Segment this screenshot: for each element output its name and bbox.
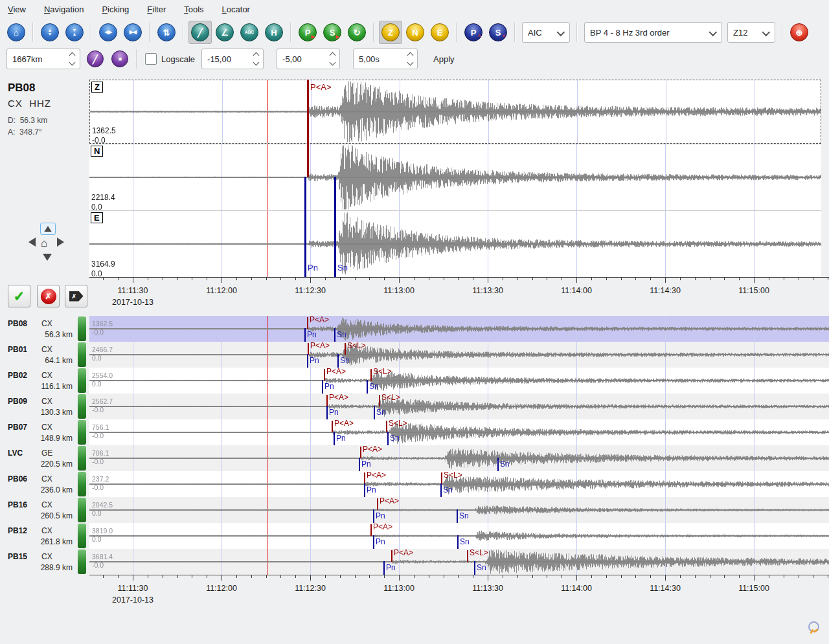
trace-region-e[interactable]: E3164.90.0: [89, 210, 821, 277]
measure-tool-button[interactable]: ╱: [188, 21, 212, 44]
menu-navigation[interactable]: Navigation: [44, 5, 84, 14]
max-amplitude-spinbox[interactable]: -5,00: [277, 49, 340, 69]
station-row-pb16[interactable]: PB16CX260.5 km2042.50.0P<A>PnSn: [0, 497, 829, 523]
station-row-pb01[interactable]: PB01CX64.1 km2466.70.0P<A>S<L>PnSn: [0, 342, 829, 368]
menu-filter[interactable]: Filter: [147, 5, 166, 14]
component-e-button[interactable]: E: [428, 21, 451, 44]
pick-p-button[interactable]: P▶: [296, 21, 319, 44]
waveform-trace[interactable]: [89, 549, 829, 575]
pick-s-button[interactable]: S▶: [321, 21, 344, 44]
station-row-pb12[interactable]: PB12CX261.8 km3819.00.0P<A>PnSn: [0, 523, 829, 549]
time-zoom-in-button[interactable]: ▶◀: [121, 21, 144, 44]
menu-view[interactable]: View: [8, 5, 26, 14]
accept-picks-button[interactable]: ✓: [8, 285, 30, 307]
nav-home-button[interactable]: ⌂: [41, 237, 47, 250]
station-row-label[interactable]: PB07CX148.9 km: [0, 419, 76, 445]
spin-up-icon[interactable]: [69, 52, 76, 59]
waveform-row[interactable]: 237.2-0.0P<A>S<L>PnSn: [89, 471, 829, 497]
reject-picks-button[interactable]: ✗: [37, 285, 60, 307]
station-row-label[interactable]: PB08CX56.3 km: [0, 316, 76, 342]
amplitude-reset-button[interactable]: ⇅: [155, 21, 178, 44]
station-row-label[interactable]: PB15CX288.9 km: [0, 549, 76, 575]
menu-locator[interactable]: Locator: [222, 5, 250, 14]
show-theoretical-button[interactable]: ■: [108, 47, 131, 71]
station-row-pb02[interactable]: PB02CX116.1 km2554.00.0P<A>S<L>PnSn: [0, 368, 829, 394]
station-row-label[interactable]: PB06CX236.0 km: [0, 471, 76, 497]
distance-spinbox[interactable]: 1667km: [6, 49, 80, 69]
station-row-label[interactable]: PB12CX261.8 km: [0, 523, 76, 549]
nav-right-button[interactable]: [57, 238, 64, 247]
spin-up-icon[interactable]: [407, 52, 414, 59]
rename-phase-button[interactable]: ABC: [238, 21, 261, 44]
station-row-label[interactable]: PB09CX130.3 km: [0, 394, 76, 419]
waveform-row[interactable]: 1362.5-0.0P<A>PnSn: [89, 316, 829, 342]
station-row-pb15[interactable]: PB15CX288.9 km3681.4-0.0P<A>S<L>PnSn: [0, 549, 829, 575]
amplitude-zoom-out-button[interactable]: ▼▲: [63, 21, 86, 44]
menu-tools[interactable]: Tools: [184, 5, 203, 14]
component-n-button[interactable]: N: [403, 21, 427, 44]
min-amplitude-spinbox[interactable]: -15,00: [201, 49, 264, 69]
waveform-row[interactable]: 2554.00.0P<A>S<L>PnSn: [89, 368, 829, 394]
theoretical-p-button[interactable]: P^: [462, 21, 485, 44]
station-row-label[interactable]: LVCGE220.5 km: [0, 445, 76, 471]
waveform-trace[interactable]: [89, 394, 829, 419]
time-window-spinbox[interactable]: 5,00s: [353, 49, 418, 69]
component-z-button[interactable]: Z: [379, 21, 402, 44]
menu-picking[interactable]: Picking: [102, 5, 129, 14]
station-row-pb06[interactable]: PB06CX236.0 km237.2-0.0P<A>S<L>PnSn: [0, 471, 829, 497]
align-phase-button[interactable]: H: [262, 21, 286, 44]
spin-arrows[interactable]: [70, 53, 74, 65]
station-row-pb09[interactable]: PB09CX130.3 km2562.7-0.0P<A>S<L>PnSn: [0, 394, 829, 419]
waveform-row[interactable]: 2562.7-0.0P<A>S<L>PnSn: [89, 394, 829, 419]
combo-rotation-select[interactable]: Z12: [727, 22, 775, 43]
trace-region-z[interactable]: Z1362.5-0.0: [89, 80, 821, 144]
waveform-trace[interactable]: [89, 419, 829, 445]
spin-down-icon[interactable]: [253, 60, 260, 66]
skip-station-button[interactable]: ✗: [65, 285, 87, 307]
station-row-label[interactable]: PB02CX116.1 km: [0, 368, 76, 394]
nav-up-button[interactable]: [40, 223, 56, 235]
draw-picks-button[interactable]: ╱: [84, 47, 107, 71]
trace-region-n[interactable]: N2218.40.0: [89, 144, 821, 210]
waveform-row[interactable]: 756.1-0.0P<A>S<L>PnSn: [89, 419, 829, 445]
waveform-trace-z[interactable]: [90, 80, 821, 143]
spin-up-icon[interactable]: [330, 52, 336, 59]
combo-picker-algorithm-select[interactable]: AIC: [522, 22, 570, 43]
repick-button[interactable]: ↻: [345, 21, 369, 44]
waveform-row[interactable]: 3819.00.0P<A>PnSn: [89, 523, 829, 549]
waveform-trace[interactable]: [89, 342, 829, 368]
waveform-trace[interactable]: [89, 316, 829, 342]
apply-button[interactable]: Apply: [428, 51, 460, 67]
waveform-trace-e[interactable]: [89, 211, 821, 277]
waveform-row[interactable]: 706.1-0.0P<A>PnSn: [89, 445, 829, 471]
spin-up-icon[interactable]: [253, 52, 260, 59]
waveform-row[interactable]: 2466.70.0P<A>S<L>PnSn: [89, 342, 829, 368]
waveform-trace[interactable]: [89, 445, 829, 471]
station-row-pb07[interactable]: PB07CX148.9 km756.1-0.0P<A>S<L>PnSn: [0, 419, 829, 445]
amplitude-zoom-in-button[interactable]: ▲▼: [38, 21, 62, 44]
spin-down-icon[interactable]: [69, 60, 76, 66]
home-button[interactable]: ⌂: [5, 21, 28, 44]
waveform-row[interactable]: 2042.50.0P<A>PnSn: [89, 497, 829, 523]
waveform-trace-n[interactable]: [89, 144, 821, 210]
relocate-button[interactable]: ⊕: [788, 21, 811, 44]
waveform-row[interactable]: 3681.4-0.0P<A>S<L>PnSn: [89, 549, 829, 575]
nav-left-button[interactable]: [28, 238, 36, 247]
station-row-label[interactable]: PB16CX260.5 km: [0, 497, 76, 523]
spin-down-icon[interactable]: [407, 60, 414, 66]
waveform-trace[interactable]: [89, 368, 829, 394]
spin-down-icon[interactable]: [330, 60, 336, 66]
station-row-lvc[interactable]: LVCGE220.5 km706.1-0.0P<A>PnSn: [0, 445, 829, 471]
nav-down-button[interactable]: [43, 254, 52, 261]
combo-filter-select[interactable]: BP 4 - 8 Hz 3rd order: [584, 22, 722, 43]
waveform-trace[interactable]: [89, 523, 829, 549]
time-zoom-out-button[interactable]: ◀▶: [97, 21, 120, 44]
logscale-checkbox[interactable]: Logscale: [145, 53, 195, 65]
polarization-tool-button[interactable]: ∠: [213, 21, 236, 44]
station-row-pb08[interactable]: PB08CX56.3 km1362.5-0.0P<A>PnSn: [0, 316, 829, 342]
pick-p-icon: P▶: [299, 23, 317, 41]
theoretical-s-button[interactable]: S^: [486, 21, 510, 44]
checkbox-icon[interactable]: [145, 53, 157, 65]
component-waveform-panel[interactable]: Z1362.5-0.0N2218.40.0E3164.90.0P<A>PnSn: [89, 80, 821, 277]
station-row-label[interactable]: PB01CX64.1 km: [0, 342, 76, 368]
